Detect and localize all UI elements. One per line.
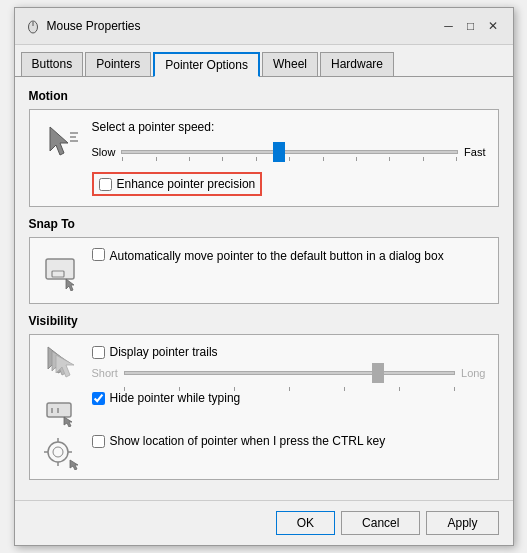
snap-to-title: Snap To — [29, 217, 499, 231]
svg-marker-2 — [50, 127, 68, 155]
trails-icon — [42, 345, 82, 380]
mouse-icon — [25, 18, 41, 34]
hide-typing-icon — [42, 391, 82, 426]
snap-to-box: Automatically move pointer to the defaul… — [29, 237, 499, 304]
tab-pointers[interactable]: Pointers — [85, 52, 151, 77]
title-bar: Mouse Properties ─ □ ✕ — [15, 8, 513, 45]
motion-section: Motion Select a pointer speed: — [29, 89, 499, 207]
pointer-speed-thumb[interactable] — [273, 142, 285, 162]
hide-typing-controls: Hide pointer while typing — [92, 391, 486, 409]
show-ctrl-row: Show location of pointer when I press th… — [42, 434, 486, 469]
snap-to-checkbox[interactable] — [92, 248, 105, 261]
motion-controls: Select a pointer speed: Slow — [92, 120, 486, 196]
enhance-precision-checkbox[interactable] — [99, 178, 112, 191]
footer: OK Cancel Apply — [15, 500, 513, 545]
visibility-box: Display pointer trails Short — [29, 334, 499, 480]
tick — [289, 387, 290, 391]
tick — [454, 387, 455, 391]
trails-label[interactable]: Display pointer trails — [110, 345, 218, 359]
snap-controls: Automatically move pointer to the defaul… — [92, 248, 486, 265]
show-ctrl-label[interactable]: Show location of pointer when I press th… — [110, 434, 386, 448]
svg-marker-11 — [56, 355, 74, 377]
show-ctrl-icon — [42, 434, 82, 469]
minimize-button[interactable]: ─ — [439, 16, 459, 36]
visibility-title: Visibility — [29, 314, 499, 328]
tick — [256, 157, 257, 161]
show-ctrl-checkbox[interactable] — [92, 435, 105, 448]
trail-thumb[interactable] — [372, 363, 384, 383]
maximize-button[interactable]: □ — [461, 16, 481, 36]
title-bar-left: Mouse Properties — [25, 18, 141, 34]
hide-typing-row: Hide pointer while typing — [42, 391, 486, 426]
tick — [156, 157, 157, 161]
snap-to-label[interactable]: Automatically move pointer to the defaul… — [110, 248, 486, 265]
motion-box: Select a pointer speed: Slow — [29, 109, 499, 207]
show-ctrl-controls: Show location of pointer when I press th… — [92, 434, 486, 452]
pointer-speed-slider-container — [121, 142, 458, 162]
motion-inner: Select a pointer speed: Slow — [42, 120, 486, 196]
tick — [189, 157, 190, 161]
trail-ticks — [124, 387, 455, 391]
tick — [124, 387, 125, 391]
trail-slider-container — [124, 363, 455, 383]
trails-row: Display pointer trails Short — [42, 345, 486, 383]
tab-buttons[interactable]: Buttons — [21, 52, 84, 77]
speed-row: Slow — [92, 142, 486, 162]
svg-marker-8 — [66, 279, 74, 291]
snap-icon — [42, 248, 82, 293]
trails-controls: Display pointer trails Short — [92, 345, 486, 383]
tab-hardware[interactable]: Hardware — [320, 52, 394, 77]
trail-slider-row: Short — [92, 363, 486, 383]
hide-typing-label[interactable]: Hide pointer while typing — [110, 391, 241, 405]
tab-wheel[interactable]: Wheel — [262, 52, 318, 77]
visibility-section: Visibility — [29, 314, 499, 480]
slow-label: Slow — [92, 146, 116, 158]
mouse-properties-window: Mouse Properties ─ □ ✕ Buttons Pointers … — [14, 7, 514, 546]
motion-icon — [42, 120, 82, 165]
long-label: Long — [461, 367, 485, 379]
slider-ticks — [122, 157, 457, 161]
svg-rect-12 — [47, 403, 71, 417]
enhance-precision-label[interactable]: Enhance pointer precision — [117, 177, 256, 191]
window-title: Mouse Properties — [47, 19, 141, 33]
svg-point-17 — [53, 447, 63, 457]
enhance-precision-row: Enhance pointer precision — [92, 172, 263, 196]
apply-button[interactable]: Apply — [426, 511, 498, 535]
pointer-speed-track — [121, 150, 458, 154]
tick — [323, 157, 324, 161]
tick — [344, 387, 345, 391]
hide-typing-checkbox[interactable] — [92, 392, 105, 405]
content-area: Motion Select a pointer speed: — [15, 77, 513, 500]
snap-to-section: Snap To Automatically move pointer to th… — [29, 217, 499, 304]
svg-marker-13 — [64, 417, 72, 427]
trails-check-row: Display pointer trails — [92, 345, 486, 359]
tab-bar: Buttons Pointers Pointer Options Wheel H… — [15, 45, 513, 77]
title-controls: ─ □ ✕ — [439, 16, 503, 36]
tick — [399, 387, 400, 391]
short-label: Short — [92, 367, 118, 379]
motion-title: Motion — [29, 89, 499, 103]
tick — [234, 387, 235, 391]
show-ctrl-check-row: Show location of pointer when I press th… — [92, 434, 486, 448]
svg-marker-22 — [70, 460, 78, 470]
close-button[interactable]: ✕ — [483, 16, 503, 36]
cancel-button[interactable]: Cancel — [341, 511, 420, 535]
tick — [456, 157, 457, 161]
tick — [122, 157, 123, 161]
ok-button[interactable]: OK — [276, 511, 335, 535]
tick — [222, 157, 223, 161]
snap-inner: Automatically move pointer to the defaul… — [42, 248, 486, 293]
svg-rect-7 — [52, 271, 64, 277]
visibility-inner: Display pointer trails Short — [42, 345, 486, 469]
tick — [389, 157, 390, 161]
tab-pointer-options[interactable]: Pointer Options — [153, 52, 260, 77]
hide-typing-check-row: Hide pointer while typing — [92, 391, 486, 405]
speed-label: Select a pointer speed: — [92, 120, 486, 134]
fast-label: Fast — [464, 146, 485, 158]
tick — [179, 387, 180, 391]
svg-point-16 — [48, 442, 68, 462]
trail-track — [124, 371, 455, 375]
trails-checkbox[interactable] — [92, 346, 105, 359]
tick — [423, 157, 424, 161]
tick — [289, 157, 290, 161]
